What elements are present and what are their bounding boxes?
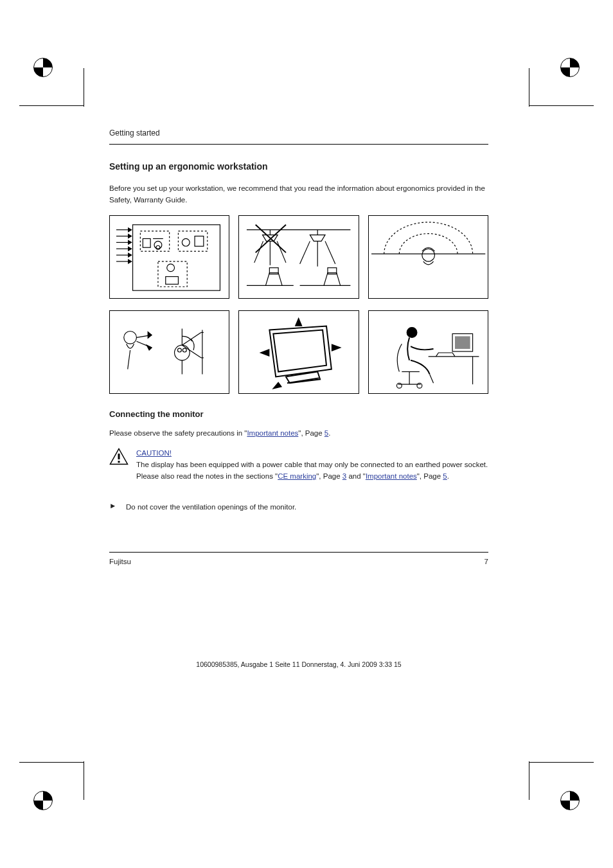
- svg-rect-20: [195, 236, 204, 246]
- figure-row: [109, 310, 488, 394]
- registration-mark-icon: [517, 58, 594, 135]
- text-fragment: .: [447, 472, 449, 480]
- text-fragment: .: [328, 429, 330, 437]
- svg-point-66: [407, 327, 417, 337]
- page-content: Getting started Setting up an ergonomic …: [109, 128, 488, 565]
- svg-line-48: [182, 332, 201, 345]
- svg-marker-2: [129, 227, 132, 231]
- print-job-footer: 10600985385, Ausgabe 1 Seite 11 Donnerst…: [196, 660, 401, 668]
- caution-label: CAUTION!: [136, 449, 172, 457]
- page-header: Getting started: [109, 128, 488, 137]
- svg-point-64: [396, 383, 402, 388]
- bullet-icon: ►: [109, 502, 120, 513]
- page-footer: Fujitsu 7: [109, 558, 488, 565]
- important-notes-link[interactable]: Important notes: [366, 472, 417, 480]
- svg-marker-12: [129, 260, 132, 263]
- figure-row: [109, 215, 488, 299]
- svg-point-16: [154, 241, 162, 249]
- page-number: 7: [484, 558, 488, 565]
- svg-point-39: [124, 331, 137, 344]
- svg-marker-57: [332, 344, 342, 351]
- svg-point-44: [175, 345, 190, 360]
- text-fragment: Please observe the safety precautions in…: [109, 429, 247, 437]
- svg-line-30: [300, 241, 310, 263]
- svg-marker-41: [148, 332, 152, 338]
- caution-text: CAUTION! The display has been equipped w…: [136, 448, 488, 482]
- svg-line-32: [325, 241, 335, 263]
- figure-ventilation-clearance: [238, 310, 359, 394]
- svg-marker-6: [129, 240, 132, 244]
- svg-rect-21: [158, 261, 187, 287]
- instruction-item: ► Do not cover the ventilation openings …: [109, 502, 488, 513]
- registration-mark-icon: [19, 733, 96, 810]
- footer-brand: Fujitsu: [109, 558, 131, 565]
- svg-marker-58: [272, 382, 283, 389]
- svg-rect-0: [133, 224, 220, 290]
- important-notes-link[interactable]: Important notes: [247, 429, 298, 437]
- figure-seated-posture: [368, 310, 488, 394]
- caution-icon: [109, 448, 129, 468]
- registration-mark-icon: [517, 733, 594, 810]
- svg-rect-23: [166, 276, 179, 284]
- footer-rule: [109, 552, 488, 553]
- svg-point-22: [167, 263, 175, 271]
- svg-marker-43: [147, 345, 152, 350]
- svg-rect-14: [143, 238, 150, 247]
- svg-rect-69: [118, 461, 120, 463]
- connect-paragraph: Please observe the safety precautions in…: [109, 428, 488, 439]
- text-fragment: ", Page: [298, 429, 322, 437]
- text-fragment: ", Page: [316, 472, 340, 480]
- registration-mark-icon: [19, 58, 96, 135]
- svg-point-46: [182, 348, 186, 352]
- figure-viewing-arc: [368, 215, 488, 299]
- svg-marker-56: [260, 349, 270, 357]
- figure-overhead-lighting: [238, 215, 359, 299]
- svg-rect-62: [455, 336, 470, 349]
- svg-rect-68: [118, 454, 120, 459]
- svg-point-45: [177, 348, 181, 352]
- subsection-title: Connecting the monitor: [109, 409, 488, 419]
- svg-marker-55: [295, 317, 303, 326]
- svg-marker-4: [129, 234, 132, 238]
- text-fragment: ", Page: [417, 472, 441, 480]
- text-fragment: and ": [346, 472, 366, 480]
- svg-point-38: [422, 249, 434, 261]
- svg-point-19: [182, 238, 190, 246]
- ce-marking-link[interactable]: CE marking: [278, 472, 316, 480]
- svg-marker-8: [129, 247, 132, 251]
- figure-window-glare: [109, 215, 229, 299]
- section-title: Setting up an ergonomic workstation: [109, 161, 488, 172]
- svg-marker-10: [129, 253, 132, 257]
- caution-note: CAUTION! The display has been equipped w…: [109, 448, 488, 482]
- header-rule: [109, 144, 488, 145]
- svg-line-49: [182, 345, 201, 358]
- intro-paragraph: Before you set up your workstation, we r…: [109, 183, 488, 206]
- figure-viewing-angle: [109, 310, 229, 394]
- svg-point-65: [417, 383, 422, 388]
- instruction-text: Do not cover the ventilation openings of…: [126, 502, 296, 513]
